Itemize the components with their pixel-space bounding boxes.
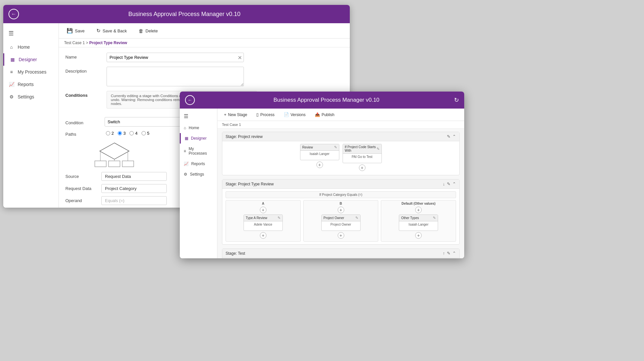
win2-body: ☰ ⌂ Home ▦ Designer ≡ My Processes 📈 Rep…: [180, 109, 464, 258]
sidebar-1: ☰ ⌂ Home ▦ Designer ≡ My Processes 📈 Rep…: [3, 23, 59, 208]
add-path-a-btn[interactable]: +: [260, 207, 266, 213]
path-label-4: 4: [135, 131, 137, 136]
operand-value: Equals (=): [101, 196, 167, 205]
path-radio-2-input[interactable]: [106, 131, 110, 135]
sidebar-item-settings[interactable]: ⚙ Settings: [3, 91, 59, 103]
sidebar-item-myprocesses[interactable]: ≡ My Processes: [3, 66, 59, 78]
sidebar-item-home[interactable]: ⌂ Home: [3, 41, 59, 53]
sidebar2-item-reports[interactable]: 📈 Reports: [180, 159, 217, 169]
process-button[interactable]: ▯ Process: [254, 111, 276, 118]
node-type-a: Type A Review ✎ Adele Vance: [244, 215, 283, 231]
form-row-name: Name ✕: [65, 53, 343, 62]
myprocesses-icon: ≡: [8, 69, 14, 75]
sidebar2-label-reports: Reports: [191, 162, 205, 166]
path-radio-5[interactable]: 5: [142, 131, 149, 136]
plus-icon: +: [224, 112, 227, 117]
sidebar-2: ☰ ⌂ Home ▦ Designer ≡ My Processes 📈 Rep…: [180, 109, 217, 258]
hamburger-icon[interactable]: ☰: [3, 26, 59, 41]
collapse-stage-2-icon[interactable]: ⌃: [452, 181, 456, 186]
node-project-owner-title: Project Owner: [324, 216, 344, 220]
designer-icon-2: ▦: [185, 136, 188, 141]
stage-test: Stage: Test ↑ ✎ ⌃ Final Review: [222, 249, 460, 258]
edit-stage-3-icon[interactable]: ✎: [447, 251, 450, 256]
sidebar-item-designer[interactable]: ▦ Designer: [3, 53, 59, 66]
delete-button[interactable]: 🗑 Delete: [136, 27, 161, 35]
stage-actions-2: ↓ ✎ ⌃: [443, 181, 456, 186]
node-if-edit-icon[interactable]: ✎: [377, 147, 380, 151]
node-if-content: PAI Go to Test: [352, 155, 373, 159]
node-if-body: PAI Go to Test: [343, 154, 381, 163]
stage-actions-1: ✎ ⌃: [447, 134, 456, 139]
path-radio-5-input[interactable]: [142, 131, 146, 135]
node-project-owner-body: Project Owner: [322, 221, 360, 231]
move-down-icon[interactable]: ↓: [443, 181, 445, 186]
svg-rect-1: [95, 161, 106, 167]
svg-rect-3: [122, 161, 134, 167]
path-col-b: B + Project Owner ✎ Project Owner +: [303, 200, 379, 242]
new-stage-button[interactable]: + New Stage: [222, 111, 249, 118]
save-button[interactable]: 💾 Save: [64, 26, 87, 35]
titlebar-1: ← Business Approval Process Manager v0.1…: [3, 5, 350, 23]
sidebar2-label-myprocesses: My Processes: [189, 146, 213, 156]
save-back-button[interactable]: ↻ Save & Back: [94, 26, 129, 35]
add-node-review-btn[interactable]: +: [316, 162, 323, 168]
path-radio-4-input[interactable]: [129, 131, 134, 135]
versions-button[interactable]: 📄 Versions: [282, 111, 308, 118]
reports-icon: 📈: [8, 81, 14, 87]
add-after-type-a-btn[interactable]: +: [260, 232, 266, 239]
path-col-a: A + Type A Review ✎ Adele Vance +: [226, 200, 301, 242]
add-node-if-btn[interactable]: +: [359, 164, 365, 171]
stage-project-type-review: Stage: Project Type Review ↓ ✎ ⌃ If Proj…: [222, 179, 460, 245]
window-2: ← Business Approval Process Manager v0.1…: [180, 92, 464, 258]
node-other-types-title: Other Types: [401, 216, 419, 220]
main-content-2: + New Stage ▯ Process 📄 Versions 📤 Publi…: [217, 109, 464, 258]
sidebar2-item-home[interactable]: ⌂ Home: [180, 123, 217, 133]
node-review-edit-icon[interactable]: ✎: [334, 145, 337, 149]
sidebar2-item-settings[interactable]: ⚙ Settings: [180, 169, 217, 180]
path-radio-3-input[interactable]: [118, 131, 122, 135]
node-type-a-header: Type A Review ✎: [244, 215, 282, 221]
refresh-icon[interactable]: ↻: [454, 96, 459, 104]
sidebar-item-reports[interactable]: 📈 Reports: [3, 78, 59, 91]
sidebar2-label-settings: Settings: [190, 172, 204, 177]
add-after-project-owner-btn[interactable]: +: [338, 232, 344, 239]
move-up-icon[interactable]: ↑: [443, 251, 445, 256]
path-label-a: A: [227, 202, 299, 205]
hamburger-icon-2[interactable]: ☰: [180, 110, 217, 123]
process-icon: ▯: [256, 112, 259, 117]
add-after-other-types-btn[interactable]: +: [415, 232, 422, 239]
collapse-stage-icon[interactable]: ⌃: [452, 134, 456, 139]
node-project-owner-header: Project Owner ✎: [322, 215, 360, 221]
node-if-project-code: If Project Code Starts With ✎ PAI Go to …: [343, 144, 382, 163]
add-path-default-btn[interactable]: +: [415, 207, 422, 213]
path-radio-3[interactable]: 3: [118, 131, 126, 136]
add-path-b-btn[interactable]: +: [338, 207, 344, 213]
paths-container: A + Type A Review ✎ Adele Vance +: [226, 200, 456, 242]
operand-label: Operand: [65, 198, 101, 203]
sidebar-label-designer: Designer: [19, 57, 37, 62]
clear-name-icon[interactable]: ✕: [238, 54, 242, 60]
edit-stage-2-icon[interactable]: ✎: [447, 181, 450, 186]
new-stage-label: New Stage: [228, 112, 247, 117]
home-icon: ⌂: [8, 44, 14, 50]
node-type-a-edit-icon[interactable]: ✎: [278, 216, 280, 220]
sidebar2-item-myprocesses[interactable]: ≡ My Processes: [180, 144, 217, 159]
node-other-types-edit-icon[interactable]: ✎: [433, 216, 436, 220]
description-input[interactable]: [107, 67, 244, 86]
back-button-1[interactable]: ←: [8, 9, 19, 19]
process-canvas[interactable]: Stage: Project review ✎ ⌃: [217, 129, 464, 258]
edit-stage-icon[interactable]: ✎: [447, 134, 450, 139]
sidebar2-item-designer[interactable]: ▦ Designer: [180, 133, 217, 144]
path-radio-4[interactable]: 4: [129, 131, 137, 136]
name-input[interactable]: [107, 53, 244, 62]
node-project-owner-edit-icon[interactable]: ✎: [355, 216, 358, 220]
collapse-stage-3-icon[interactable]: ⌃: [452, 251, 456, 256]
back-button-2[interactable]: ←: [185, 95, 195, 105]
description-label: Description: [65, 67, 101, 74]
path-col-default: Default (Other values) + Other Types ✎ I…: [381, 200, 456, 242]
delete-label: Delete: [145, 28, 158, 33]
publish-button[interactable]: 📤 Publish: [313, 111, 336, 118]
path-label-b: B: [305, 202, 377, 205]
path-radio-2[interactable]: 2: [106, 131, 114, 136]
path-label-2: 2: [111, 131, 114, 136]
